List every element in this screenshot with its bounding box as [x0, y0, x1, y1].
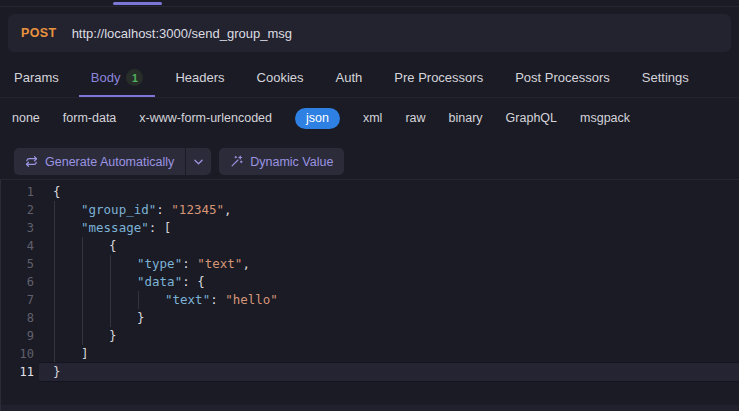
- code-token: }: [53, 364, 61, 379]
- indent-guide-line: [54, 237, 55, 255]
- line-number: 2: [1, 201, 39, 219]
- body-type-raw[interactable]: raw: [405, 111, 425, 125]
- code-line[interactable]: 7"text": "hello": [1, 291, 739, 309]
- generate-automatically-button[interactable]: Generate Automatically: [14, 148, 211, 175]
- indent-guide-line: [54, 219, 55, 237]
- line-number: 11: [1, 363, 39, 381]
- code-line[interactable]: 3"message": [: [1, 219, 739, 237]
- code-line-content: "type": "text",: [39, 255, 739, 273]
- generate-options-caret[interactable]: [186, 159, 211, 165]
- code-token: "group_id": [81, 202, 156, 217]
- code-line[interactable]: 2"group_id": "12345",: [1, 201, 739, 219]
- code-token: :: [210, 292, 225, 307]
- code-token: }: [109, 328, 117, 343]
- indent-guide-line: [54, 327, 55, 345]
- code-token: {: [109, 238, 117, 253]
- active-request-tab-indicator: [113, 2, 162, 5]
- tab-pre-processors[interactable]: Pre Processors: [382, 60, 495, 97]
- code-token: ,: [242, 256, 250, 271]
- code-line-content: "message": [: [39, 219, 739, 237]
- code-line[interactable]: 11}: [1, 363, 739, 381]
- tab-badge-count: 1: [126, 69, 143, 86]
- tab-cookies[interactable]: Cookies: [245, 60, 316, 97]
- indent-guide-line: [54, 273, 55, 291]
- indent-guide-line: [54, 345, 55, 363]
- code-line-content: }: [39, 327, 739, 345]
- indent-guide-line: [110, 255, 111, 273]
- http-method-label[interactable]: POST: [21, 26, 57, 40]
- tab-body[interactable]: Body1: [79, 60, 156, 97]
- body-type-none[interactable]: none: [12, 111, 40, 125]
- code-line-content: "data": {: [39, 273, 739, 291]
- code-token: "text": [197, 256, 242, 271]
- code-token: :: [182, 256, 197, 271]
- body-type-xml[interactable]: xml: [363, 111, 382, 125]
- code-line-content: ]: [39, 345, 739, 363]
- line-number: 10: [1, 345, 39, 363]
- indent-guide-line: [82, 327, 83, 345]
- dynamic-value-label: Dynamic Value: [250, 155, 333, 169]
- editor-toolbar: Generate Automatically: [0, 138, 739, 180]
- code-token: "12345": [171, 202, 224, 217]
- code-line-content: "group_id": "12345",: [39, 201, 739, 219]
- tab-headers[interactable]: Headers: [163, 60, 236, 97]
- body-type-json[interactable]: json: [295, 108, 340, 129]
- generate-automatically-main[interactable]: Generate Automatically: [14, 155, 185, 169]
- code-token: ,: [224, 202, 232, 217]
- tab-label: Settings: [642, 70, 689, 85]
- request-config-tabs: ParamsBody1HeadersCookiesAuthPre Process…: [0, 60, 739, 98]
- code-line-content: }: [39, 309, 739, 327]
- code-line[interactable]: 1{: [1, 183, 739, 201]
- code-line-content: {: [39, 237, 739, 255]
- bottom-strip: [0, 405, 739, 411]
- body-type-x-www-form-urlencoded[interactable]: x-www-form-urlencoded: [139, 111, 272, 125]
- indent-guide-line: [82, 309, 83, 327]
- code-line[interactable]: 6"data": {: [1, 273, 739, 291]
- body-type-binary[interactable]: binary: [449, 111, 483, 125]
- code-line-content: {: [39, 183, 739, 201]
- code-token: "hello": [225, 292, 278, 307]
- tab-settings[interactable]: Settings: [630, 60, 701, 97]
- code-token: : [: [149, 220, 172, 235]
- body-type-graphql[interactable]: GraphQL: [506, 111, 557, 125]
- code-token: "message": [81, 220, 149, 235]
- magic-wand-icon: [230, 155, 243, 168]
- tab-post-processors[interactable]: Post Processors: [503, 60, 622, 97]
- request-url-bar[interactable]: POST http://localhost:3000/send_group_ms…: [8, 14, 731, 52]
- body-type-form-data[interactable]: form-data: [63, 111, 117, 125]
- tab-label: Params: [14, 70, 59, 85]
- indent-guide-line: [54, 201, 55, 219]
- tab-params[interactable]: Params: [2, 60, 71, 97]
- code-line[interactable]: 9}: [1, 327, 739, 345]
- tab-auth[interactable]: Auth: [324, 60, 375, 97]
- code-token: :: [156, 202, 171, 217]
- indent-guide-line: [82, 255, 83, 273]
- tab-label: Cookies: [257, 70, 304, 85]
- code-token: {: [53, 184, 61, 199]
- line-number: 1: [1, 183, 39, 201]
- code-line[interactable]: 5"type": "text",: [1, 255, 739, 273]
- generate-automatically-label: Generate Automatically: [45, 155, 174, 169]
- body-type-selector: noneform-datax-www-form-urlencodedjsonxm…: [0, 98, 739, 138]
- indent-guide-line: [54, 309, 55, 327]
- code-line[interactable]: 4{: [1, 237, 739, 255]
- dynamic-value-main[interactable]: Dynamic Value: [219, 155, 344, 169]
- indent-guide-line: [110, 291, 111, 309]
- code-token: "type": [137, 256, 182, 271]
- indent-guide-line: [82, 273, 83, 291]
- body-type-msgpack[interactable]: msgpack: [580, 111, 630, 125]
- tab-label: Post Processors: [515, 70, 610, 85]
- line-number: 4: [1, 237, 39, 255]
- code-line[interactable]: 8}: [1, 309, 739, 327]
- code-line-content: }: [39, 363, 739, 381]
- code-token: "text": [165, 292, 210, 307]
- request-url-text[interactable]: http://localhost:3000/send_group_msg: [72, 26, 292, 41]
- line-number: 8: [1, 309, 39, 327]
- tab-label: Pre Processors: [394, 70, 483, 85]
- code-line[interactable]: 10]: [1, 345, 739, 363]
- dynamic-value-button[interactable]: Dynamic Value: [219, 148, 344, 175]
- code-token: }: [137, 310, 145, 325]
- indent-guide-line: [54, 255, 55, 273]
- tab-label: Headers: [175, 70, 224, 85]
- json-body-editor[interactable]: 1{2"group_id": "12345",3"message": [4{5"…: [0, 180, 739, 405]
